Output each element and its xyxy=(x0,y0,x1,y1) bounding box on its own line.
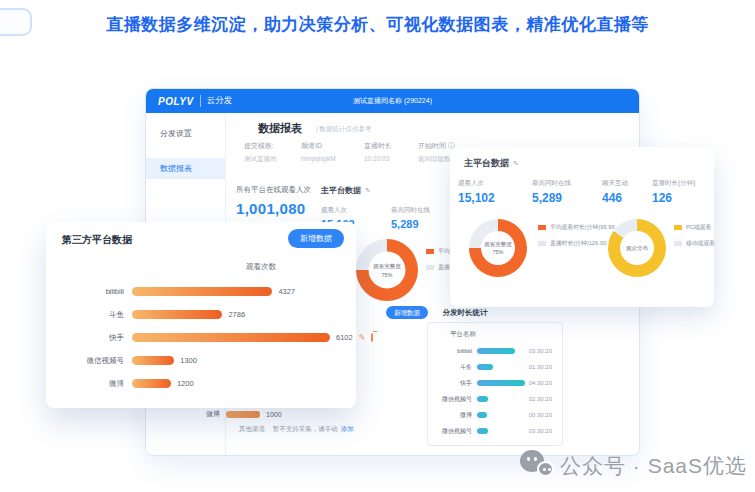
stat-value: 126 xyxy=(652,191,695,205)
stat-value: 15,102 xyxy=(458,191,495,205)
bar xyxy=(477,396,488,402)
legend-label: 移动端观看 xyxy=(686,239,715,248)
watermark-text: 公众号 · SaaS优选 xyxy=(560,452,747,480)
meta-label: 提交模板: xyxy=(244,141,277,151)
duration-row: 微信视频号 02:30:20 xyxy=(428,391,562,407)
duration-row: 微信视频号 03:30:20 xyxy=(428,423,562,439)
stat-value: 446 xyxy=(602,191,628,205)
legend-label: 直播时长(分钟)126.00 xyxy=(550,239,606,248)
total-viewers-block: 所有平台在线观看人次 1,001,080 xyxy=(236,185,311,217)
add-link[interactable]: 添加 xyxy=(341,425,354,432)
third-party-row: 斗鱼 2786 xyxy=(46,303,356,326)
stat: 最高同时在线 5,289 xyxy=(532,179,571,205)
bar xyxy=(132,287,272,296)
bar xyxy=(477,412,487,418)
stat-label: 最高同时在线 xyxy=(532,179,571,188)
legend-swatch xyxy=(426,249,434,254)
platform-label: 微信视频号 xyxy=(428,395,472,404)
bar-value: 4327 xyxy=(278,287,295,296)
platform-label: bilibili xyxy=(428,348,472,354)
bar xyxy=(132,379,171,388)
meta-value: 测试直播间 xyxy=(244,155,277,164)
add-data-button[interactable]: 新增数据 xyxy=(288,229,344,248)
room-title: 测试直播间名称 (290224) xyxy=(146,96,639,106)
duration-value: 01:30:20 xyxy=(529,364,552,370)
duration-value: 00:30:20 xyxy=(529,412,552,418)
platform-label: 微博 xyxy=(206,409,220,419)
bar-value: 2786 xyxy=(228,310,245,319)
meta-value: hlmpqlxpkM xyxy=(301,155,336,162)
page-headline: 直播数据多维沉淀，助力决策分析、可视化数据图表，精准优化直播等 xyxy=(0,13,755,36)
manual-add-notice: 其他渠道 暂不支持采集，请手动添加 xyxy=(239,425,354,434)
donut-center-label: 观看完整度 xyxy=(484,240,512,248)
platform-label: bilibili xyxy=(52,287,124,296)
total-viewers-label: 所有平台在线观看人次 xyxy=(236,185,311,195)
stat-label: 最高同时在线 xyxy=(391,206,430,215)
bar xyxy=(477,348,515,354)
add-data-button[interactable]: 新增数据 xyxy=(386,306,428,319)
stat-value: 5,289 xyxy=(391,218,430,230)
platform-label: 微博 xyxy=(428,411,472,420)
meta-value: 10:20:03 xyxy=(364,155,392,162)
hidden-chart-row: 微博 1000 xyxy=(206,409,282,419)
tab-distribution-duration[interactable]: 分发时长统计 xyxy=(442,308,487,317)
duration-value: 02:30:20 xyxy=(529,396,552,402)
edit-icon[interactable]: ✎ xyxy=(359,333,366,342)
distribution-duration-panel: 平台名称 bilibili 03:30:20 斗鱼 01:30:20 快手 04… xyxy=(427,322,563,446)
stat-label: 直播时长(分钟) xyxy=(652,179,695,188)
bar xyxy=(477,428,488,434)
legend-swatch xyxy=(538,241,546,246)
bar xyxy=(477,380,525,386)
legend-swatch xyxy=(674,225,682,230)
bar-value: 1000 xyxy=(266,411,282,418)
legend-label: PC端观看 xyxy=(686,223,711,232)
main-platform-card: 主平台数据✎ 观看人次 15,102 最高同时在线 5,289 聊天互动 446… xyxy=(450,147,714,307)
main-platform-title-text: 主平台数据 xyxy=(464,158,509,168)
legend-label: 平均观看时长(分钟)95.99 xyxy=(550,223,615,232)
meta-label: 频道ID xyxy=(301,141,336,151)
wechat-icon xyxy=(520,450,560,484)
page-title: 数据报表 xyxy=(258,121,302,136)
third-party-row: 快手 6102 ✎ xyxy=(46,326,356,349)
platform-label: 微信视频号 xyxy=(52,356,124,366)
page-subtitle: | 数据统计仅供参考 xyxy=(316,125,372,134)
platform-label: 微博 xyxy=(52,379,124,389)
edit-icon[interactable]: ✎ xyxy=(365,187,371,194)
platform-label: 斗鱼 xyxy=(52,310,124,320)
audience-distribution-donut: 观众分布 xyxy=(608,219,666,277)
stat: 观看人次 15,102 xyxy=(458,179,495,205)
meta-template: 提交模板: 测试直播间 xyxy=(244,141,277,164)
main-platform-title: 主平台数据✎ xyxy=(464,157,519,170)
sidebar-item-distribution-settings[interactable]: 分发设置 xyxy=(146,123,225,144)
watch-donut-legend: 平均观看时长(分钟)95.99 直播时长(分钟)126.00 xyxy=(538,223,615,255)
duration-row: 微博 00:30:20 xyxy=(428,407,562,423)
meta-channel-id: 频道ID hlmpqlxpkM xyxy=(301,141,336,162)
axis-label: 观看次数 xyxy=(246,262,276,272)
inline-stat: 最高同时在线 5,289 xyxy=(391,206,430,230)
third-party-row: bilibili 4327 xyxy=(46,280,356,303)
bar xyxy=(226,411,260,418)
edit-icon[interactable]: ✎ xyxy=(513,160,519,167)
platform-label: 快手 xyxy=(428,379,472,388)
platform-label: 斗鱼 xyxy=(428,363,472,372)
bar-value: 1200 xyxy=(177,379,194,388)
third-party-row: 微博 1200 xyxy=(46,372,356,395)
duration-row: bilibili 03:30:20 xyxy=(428,343,562,359)
bar-value: 1300 xyxy=(180,356,197,365)
stat-label: 观看人次 xyxy=(458,179,495,188)
bar-value: 6102 xyxy=(336,333,353,342)
legend-swatch xyxy=(674,241,682,246)
column-header: 平台名称 xyxy=(428,323,562,339)
bar xyxy=(132,356,174,365)
bar xyxy=(477,364,493,370)
dashboard-topbar: 测试直播间名称 (290224) POLYV 云分发 xyxy=(146,89,639,113)
sidebar-item-data-report[interactable]: 数据报表 xyxy=(146,158,225,179)
watch-completion-donut: 观看完整度 75% xyxy=(469,219,527,277)
stat-label: 观看人次 xyxy=(321,206,391,215)
inline-platform-title: 主平台数据✎ xyxy=(321,185,430,196)
meta-duration: 直播时长 10:20:03 xyxy=(364,141,392,162)
stat-label: 聊天互动 xyxy=(602,179,628,188)
donut-center-label: 观众分布 xyxy=(626,244,648,252)
duration-value: 03:30:20 xyxy=(529,348,552,354)
stat: 聊天互动 446 xyxy=(602,179,628,205)
